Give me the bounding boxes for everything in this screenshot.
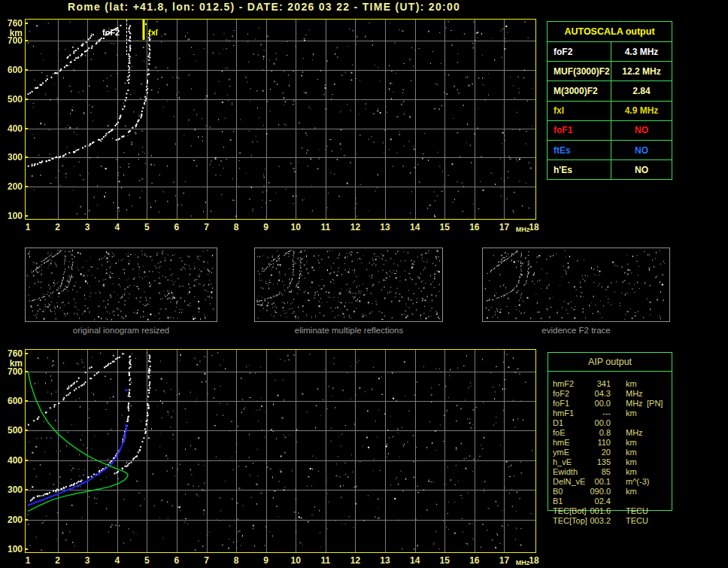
- x-tick-label: 6: [174, 555, 180, 566]
- parameter-value: NO: [611, 125, 672, 135]
- frequency-unit-label: MHz: [516, 226, 530, 233]
- y-tick-label: 100: [8, 211, 23, 221]
- aip-row: foF100.0MHz[PN]: [548, 399, 671, 409]
- fxI-marker-label: fxI: [148, 28, 158, 37]
- x-tick-label: 9: [263, 555, 268, 566]
- parameter-unit: km: [626, 379, 637, 389]
- x-tick-label: 16: [469, 555, 479, 566]
- parameter-value: 04.3: [573, 389, 611, 399]
- panel-evidence-f2-canvas: [482, 248, 670, 322]
- x-tick-label: 5: [144, 222, 150, 232]
- y-tick-label: 500: [8, 94, 23, 105]
- aip-row: Ewidth85km: [548, 467, 671, 477]
- parameter-unit: km: [626, 438, 637, 448]
- parameter-value: 0.8: [573, 428, 611, 438]
- parameter-value: 00.1: [573, 477, 611, 487]
- parameter-name: MUF(3000)F2: [554, 66, 610, 77]
- autoscala-window: Rome (lat: +41.8, lon: 012.5) - DATE: 20…: [0, 0, 728, 568]
- x-tick-label: 7: [204, 222, 209, 232]
- panel-original-ionogram-canvas: [25, 248, 217, 322]
- y-tick-label: 300: [8, 152, 23, 163]
- parameter-name: ymE: [553, 448, 569, 457]
- aip-row: D100.0: [548, 418, 671, 428]
- aip-row: TEC[Bot]001.6TECU: [548, 506, 671, 516]
- aip-row: B0090.0km: [548, 487, 671, 497]
- y-tick-label: 500: [8, 425, 23, 436]
- x-tick-label: 17: [499, 222, 509, 232]
- parameter-name: foF1: [554, 125, 572, 135]
- autoscala-row: foF24.3 MHz: [548, 41, 672, 61]
- y-tick-label: 100: [8, 544, 23, 554]
- top-ionogram-canvas: [25, 19, 536, 220]
- x-tick-label: 18: [529, 555, 538, 566]
- parameter-unit: MHz: [626, 389, 643, 399]
- parameter-value: 110: [573, 438, 611, 448]
- parameter-value: 2.84: [611, 86, 672, 96]
- aip-row: TEC[Top]003.2TECU: [548, 516, 671, 526]
- x-tick-label: 4: [114, 222, 120, 232]
- parameter-value: 85: [573, 467, 611, 477]
- x-tick-label: 15: [440, 222, 450, 232]
- parameter-unit: km: [626, 409, 637, 418]
- parameter-value: 341: [573, 379, 611, 389]
- parameter-value: 02.4: [573, 497, 611, 506]
- aip-row: hmE110km: [548, 438, 671, 448]
- y-tick-label: 760: [8, 18, 23, 29]
- parameter-name: foF2: [553, 389, 569, 399]
- y-tick-label: 400: [8, 123, 23, 134]
- parameter-name: D1: [553, 418, 563, 428]
- autoscala-row: M(3000)F22.84: [548, 80, 672, 100]
- aip-table-header: AIP output: [548, 353, 672, 372]
- autoscala-row: fxI4.9 MHz: [548, 101, 672, 120]
- parameter-name: foE: [553, 428, 566, 438]
- x-tick-label: 11: [321, 555, 331, 566]
- parameter-note: [PN]: [647, 399, 663, 409]
- y-tick-label: 400: [8, 455, 23, 466]
- panel-eliminate-reflections-canvas: [254, 248, 443, 322]
- autoscala-table-body: foF24.3 MHzMUF(3000)F212.2 MHzM(3000)F22…: [548, 41, 672, 179]
- parameter-value: NO: [611, 145, 672, 156]
- parameter-value: 00.0: [573, 418, 611, 428]
- parameter-unit: km: [626, 457, 637, 467]
- parameter-unit: MHz: [626, 399, 643, 409]
- autoscala-row: MUF(3000)F212.2 MHz: [548, 61, 672, 80]
- x-tick-label: 14: [410, 555, 420, 566]
- parameter-name: B1: [553, 497, 563, 506]
- x-tick-label: 12: [350, 555, 360, 566]
- aip-row: hmF2341km: [548, 379, 671, 389]
- parameter-name: hmF1: [553, 409, 574, 418]
- x-tick-label: 1: [26, 222, 31, 232]
- parameter-unit: km: [626, 467, 637, 477]
- y-tick-label: 200: [8, 515, 23, 525]
- x-tick-label: 11: [321, 222, 331, 232]
- parameter-name: foF2: [554, 47, 572, 57]
- x-tick-label: 8: [234, 555, 239, 566]
- x-tick-label: 5: [144, 555, 150, 566]
- foF2-marker-label: foF2: [102, 28, 120, 37]
- panel-evidence-caption: evidence F2 trace: [541, 326, 610, 335]
- x-tick-label: 3: [85, 222, 90, 232]
- y-tick-label: 300: [8, 484, 23, 495]
- x-tick-label: 18: [529, 222, 538, 232]
- x-tick-label: 12: [350, 222, 360, 232]
- x-tick-label: 15: [440, 555, 450, 566]
- parameter-value: 090.0: [573, 487, 611, 497]
- aip-row: B102.4: [548, 497, 671, 506]
- x-tick-label: 16: [469, 222, 479, 232]
- autoscala-table-header: AUTOSCALA output: [548, 22, 672, 41]
- x-tick-label: 4: [114, 555, 120, 566]
- panel-eliminate-caption: eliminate multiple reflections: [295, 326, 403, 335]
- parameter-value: 4.9 MHz: [611, 105, 672, 116]
- aip-table-body: hmF2341kmfoF204.3MHzfoF100.0MHz[PN]hmF1-…: [548, 379, 671, 526]
- x-tick-label: 2: [55, 222, 60, 232]
- parameter-value: ---: [573, 409, 611, 418]
- parameter-unit: km: [626, 448, 637, 457]
- x-tick-label: 13: [380, 222, 390, 232]
- x-tick-label: 3: [85, 555, 90, 566]
- panel-original-caption: original ionogram resized: [73, 326, 169, 335]
- y-tick-label: 600: [8, 65, 23, 75]
- parameter-name: hmF2: [553, 379, 574, 389]
- x-tick-label: 2: [55, 555, 60, 566]
- height-unit-label: km: [10, 358, 23, 369]
- parameter-value: 003.2: [573, 516, 611, 526]
